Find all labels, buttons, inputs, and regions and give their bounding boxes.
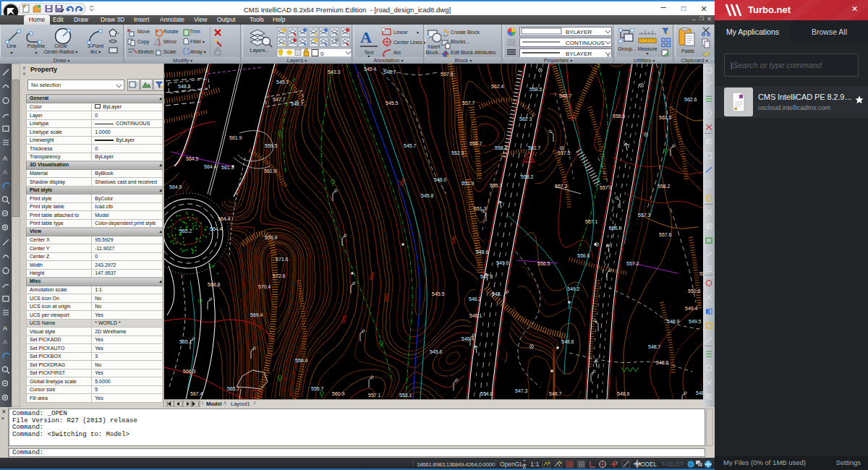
svg-text:558.2: 558.2 — [658, 184, 671, 189]
svg-text:548.8: 548.8 — [178, 84, 191, 89]
svg-text:547.8: 547.8 — [480, 274, 493, 279]
svg-text:548.6: 548.6 — [656, 360, 669, 365]
svg-text:565.2: 565.2 — [179, 228, 192, 234]
svg-text:547.3: 547.3 — [515, 388, 528, 393]
svg-text:A: A — [3, 168, 7, 176]
svg-text:569.4: 569.4 — [250, 312, 263, 317]
svg-text:MODEL: MODEL — [635, 461, 658, 468]
svg-text:567.4: 567.4 — [190, 391, 203, 396]
svg-text:546.0: 546.0 — [434, 177, 447, 182]
svg-text:557.7: 557.7 — [462, 101, 475, 106]
svg-text:549.2: 549.2 — [567, 286, 580, 291]
svg-text:558.2: 558.2 — [521, 174, 534, 179]
svg-text:A: A — [3, 325, 7, 332]
svg-text:557.1: 557.1 — [585, 219, 598, 224]
svg-text:560.9: 560.9 — [332, 391, 345, 396]
svg-text:548.9: 548.9 — [667, 319, 680, 324]
svg-text:549.6: 549.6 — [496, 260, 509, 265]
svg-text:557.2: 557.2 — [626, 261, 639, 266]
svg-text:546.4: 546.4 — [461, 336, 475, 341]
svg-text:570.4: 570.4 — [258, 284, 271, 289]
svg-text:559.5: 559.5 — [265, 143, 278, 148]
svg-text:545: 545 — [451, 236, 456, 244]
svg-text:564.4: 564.4 — [218, 216, 231, 221]
svg-text:548.7: 548.7 — [559, 93, 572, 98]
svg-text:564.4: 564.4 — [210, 226, 223, 231]
svg-text:557.3: 557.3 — [638, 213, 651, 218]
svg-text:554.8: 554.8 — [480, 391, 493, 396]
svg-text:561.9: 561.9 — [229, 135, 242, 140]
svg-text:A: A — [3, 338, 7, 346]
svg-text:568.8: 568.8 — [208, 282, 221, 287]
svg-text:550.6: 550.6 — [688, 289, 701, 294]
svg-text:548.6: 548.6 — [617, 391, 630, 396]
svg-text:556.6: 556.6 — [577, 253, 590, 258]
svg-text:549.4: 549.4 — [685, 306, 698, 311]
svg-text:548.7: 548.7 — [549, 391, 562, 396]
svg-text:572.6: 572.6 — [273, 273, 286, 278]
svg-text:548.1: 548.1 — [469, 313, 482, 318]
svg-text:A: A — [360, 28, 372, 46]
svg-text:561.9: 561.9 — [264, 168, 277, 174]
svg-text:548.7: 548.7 — [383, 69, 396, 74]
svg-text:561.7: 561.7 — [528, 145, 541, 150]
svg-text:566.3: 566.3 — [183, 369, 196, 374]
svg-text:562.6: 562.6 — [684, 97, 697, 102]
svg-text:545.5: 545.5 — [432, 291, 445, 296]
svg-text:546.2: 546.2 — [469, 296, 482, 302]
svg-text:0: 0 — [320, 51, 324, 57]
svg-text:549.5: 549.5 — [689, 319, 702, 324]
svg-text:CONTINUOUS: CONTINUOUS — [566, 40, 605, 46]
svg-text:557.6: 557.6 — [659, 232, 672, 237]
svg-text:545.7: 545.7 — [404, 143, 417, 148]
svg-text:570.9: 570.9 — [265, 235, 278, 240]
svg-text:BYLAYER: BYLAYER — [566, 51, 592, 57]
svg-text:552.5: 552.5 — [451, 150, 464, 155]
svg-text:556.9: 556.9 — [609, 226, 622, 231]
svg-text:BYLAYER: BYLAYER — [566, 29, 592, 35]
svg-text:558.6: 558.6 — [613, 114, 626, 119]
svg-text:553.1: 553.1 — [399, 393, 412, 398]
svg-text:545.5: 545.5 — [386, 101, 399, 106]
svg-text:557.9: 557.9 — [441, 72, 454, 77]
svg-text:564.4: 564.4 — [204, 164, 217, 169]
svg-text:557.5: 557.5 — [558, 150, 571, 155]
svg-text:548 7: 548 7 — [291, 101, 304, 106]
svg-text:543.3: 543.3 — [328, 69, 341, 74]
svg-text:558.5: 558.5 — [529, 87, 542, 92]
svg-text:551.3: 551.3 — [474, 206, 487, 211]
svg-text:545.7: 545.7 — [276, 80, 289, 85]
svg-text:548.6: 548.6 — [476, 249, 489, 255]
svg-text:562.4: 562.4 — [491, 84, 504, 89]
svg-text:548.7: 548.7 — [696, 390, 703, 396]
svg-text:562 3: 562 3 — [519, 116, 532, 121]
svg-text:547.7: 547.7 — [273, 97, 286, 102]
svg-text:548.: 548. — [492, 291, 502, 296]
svg-text:545.8: 545.8 — [421, 193, 434, 198]
svg-text:556.7: 556.7 — [469, 141, 482, 146]
svg-text:571.6: 571.6 — [276, 257, 289, 262]
svg-text:561.5: 561.5 — [659, 115, 672, 120]
svg-text:545 4: 545 4 — [364, 67, 377, 72]
svg-text:564.5: 564.5 — [169, 184, 182, 189]
svg-text:559.4: 559.4 — [295, 358, 308, 363]
svg-text:556.5: 556.5 — [537, 261, 550, 266]
svg-text:565.1: 565.1 — [179, 339, 192, 344]
svg-text:551.9: 551.9 — [461, 181, 475, 186]
svg-text:555.7: 555.7 — [490, 183, 503, 188]
svg-text:545.6: 545.6 — [430, 349, 443, 354]
svg-text:1:1: 1:1 — [530, 461, 540, 468]
svg-text:555.7: 555.7 — [311, 386, 324, 391]
svg-text:557.1: 557.1 — [368, 393, 381, 398]
svg-text:561.3: 561.3 — [221, 165, 234, 170]
svg-text:TABLET: TABLET — [661, 461, 684, 468]
svg-text:548.7: 548.7 — [648, 344, 661, 349]
svg-text:565.7: 565.7 — [227, 386, 240, 391]
svg-text:548.6: 548.6 — [561, 339, 574, 344]
svg-text:557.2: 557.2 — [555, 184, 568, 189]
svg-text:558.4: 558.4 — [495, 145, 508, 150]
svg-text:A: A — [3, 155, 7, 162]
svg-text:557.7: 557.7 — [600, 185, 613, 190]
svg-text:564.5: 564.5 — [186, 156, 199, 161]
